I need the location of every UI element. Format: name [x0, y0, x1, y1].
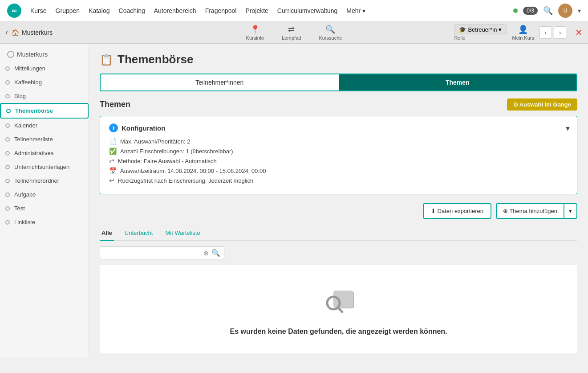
- kurssuche-label: Kurssuche: [319, 35, 342, 41]
- nav-right: 0/3 🔍 U ▾: [513, 4, 581, 18]
- sidebar-course-title: Musterkurs: [0, 47, 89, 61]
- my-course-section: 👤 Mein Kurs: [512, 25, 534, 41]
- app-logo[interactable]: ∞: [7, 4, 21, 18]
- config-item-text: Auswahlzeitraum: 14.08.2024, 00:00 - 15.…: [120, 168, 266, 174]
- sidebar-dot: [5, 66, 10, 71]
- sidebar-item-label: Linkliste: [14, 219, 35, 225]
- role-dropdown-icon: ▾: [499, 26, 502, 33]
- global-search-button[interactable]: 🔍: [543, 6, 553, 16]
- add-theme-button[interactable]: ⊕ Thema hinzufügen: [496, 203, 564, 219]
- sidebar-item-label: Teilnehmerliste: [14, 136, 53, 143]
- tab-themen[interactable]: Themen: [339, 74, 577, 90]
- konfiguration-card: i Konfiguration ▾ 📄 Max. Auswahl/Priorit…: [100, 116, 577, 194]
- sidebar-item-themenboerse[interactable]: Themenbörse: [0, 103, 89, 119]
- sidebar-circle: [7, 51, 14, 58]
- action-row: ⬇ Daten exportieren ⊕ Thema hinzufügen ▾: [100, 203, 577, 219]
- kurssuche-button[interactable]: 🔍 Kurssuche: [319, 25, 342, 41]
- nav-links: Kurse Gruppen Katalog Coaching Autorenbe…: [30, 7, 504, 14]
- sidebar-dot: [5, 206, 10, 211]
- collapse-button[interactable]: ▾: [566, 123, 570, 133]
- export-button[interactable]: ⬇ Daten exportieren: [423, 203, 491, 219]
- themen-section-header: Themen ⊙ Auswahl im Gange: [100, 98, 577, 111]
- sidebar-course-name[interactable]: Musterkurs: [17, 51, 48, 58]
- role-section: 🎓 Betreuer*in ▾ Rolle: [454, 24, 507, 41]
- nav-gruppen[interactable]: Gruppen: [56, 7, 80, 14]
- next-arrow-button[interactable]: ›: [554, 26, 566, 39]
- sidebar-item-label: Blog: [14, 93, 26, 99]
- role-button[interactable]: 🎓 Betreuer*in ▾: [454, 24, 507, 35]
- sidebar-item-test[interactable]: Test: [0, 201, 89, 215]
- lernpfad-button[interactable]: ⇌ Lernpfad: [282, 25, 301, 41]
- sidebar-dot: [5, 151, 10, 156]
- task-counter[interactable]: 0/3: [523, 7, 538, 15]
- themen-section-title: Themen: [100, 100, 130, 109]
- sidebar-item-aufgabe[interactable]: Aufgabe: [0, 188, 89, 201]
- sidebar-item-label: Kalender: [14, 122, 37, 129]
- sidebar-item-label: Test: [14, 205, 25, 212]
- konfiguration-header: i Konfiguration: [109, 123, 568, 132]
- kursinfo-button[interactable]: 📍 Kursinfo: [246, 25, 264, 41]
- sidebar-item-linkliste[interactable]: Linkliste: [0, 215, 89, 229]
- sub-tab-alle[interactable]: Alle: [100, 226, 114, 241]
- empty-state-svg: [321, 283, 357, 314]
- search-clear-button[interactable]: ⊗: [203, 250, 209, 257]
- sidebar-item-teilnehmerordner[interactable]: Teilnehmerordner: [0, 174, 89, 188]
- nav-coaching[interactable]: Coaching: [119, 7, 145, 14]
- sub-tab-unterbucht[interactable]: Unterbucht: [123, 226, 155, 241]
- nav-kurse[interactable]: Kurse: [30, 7, 47, 14]
- sidebar-item-label: Mitteilungen: [14, 65, 45, 72]
- user-dropdown-arrow[interactable]: ▾: [578, 7, 581, 14]
- role-name: Betreuer*in: [468, 26, 497, 33]
- main-layout: Musterkurs Mitteilungen Kaffeeblog Blog …: [0, 44, 588, 357]
- role-icon: 🎓: [459, 26, 466, 33]
- kursinfo-label: Kursinfo: [246, 35, 264, 41]
- config-item-einschreibungen: ✅ Anzahl Einschreibungen: 1 (überschreib…: [109, 148, 568, 155]
- sidebar-dot: [5, 193, 10, 197]
- search-input[interactable]: [104, 250, 201, 256]
- sidebar-item-kalender[interactable]: Kalender: [0, 119, 89, 132]
- sidebar-item-teilnehmerliste[interactable]: Teilnehmerliste: [0, 132, 89, 146]
- sidebar-dot: [5, 94, 10, 98]
- svg-rect-1: [333, 291, 353, 307]
- config-item-text: Anzahl Einschreibungen: 1 (überschreibba…: [120, 148, 233, 155]
- sub-tab-mit-warteliste[interactable]: Mit Warteliste: [163, 226, 202, 241]
- my-course-label: Mein Kurs: [512, 35, 534, 41]
- status-indicator: [513, 8, 518, 13]
- sidebar-item-mitteilungen[interactable]: Mitteilungen: [0, 61, 89, 75]
- main-content: 📋 Themenbörse Teilnehmer*innen Themen Th…: [89, 44, 588, 357]
- course-name[interactable]: Musterkurs: [22, 29, 53, 36]
- config-item-methode: ⇄ Methode: Faire Auswahl - Automatisch: [109, 157, 568, 164]
- sidebar-dot: [6, 109, 11, 113]
- lernpfad-label: Lernpfad: [282, 35, 301, 41]
- tab-teilnehmerinnen[interactable]: Teilnehmer*innen: [101, 74, 339, 90]
- home-icon: 🏠: [12, 29, 19, 36]
- main-tabs: Teilnehmer*innen Themen: [100, 74, 577, 91]
- config-item-zeitraum: 📅 Auswahlzeitraum: 14.08.2024, 00:00 - 1…: [109, 167, 568, 174]
- course-breadcrumb: 🏠 Musterkurs: [12, 29, 53, 36]
- nav-projekte[interactable]: Projekte: [245, 7, 268, 14]
- my-course-icon: 👤: [518, 25, 528, 34]
- swap-icon: ⇄: [109, 157, 114, 164]
- empty-state-text: Es wurden keine Daten gefunden, die ange…: [230, 328, 447, 336]
- close-button[interactable]: ✕: [575, 27, 583, 38]
- my-course-button[interactable]: 👤 Mein Kurs: [512, 25, 534, 41]
- empty-state: Es wurden keine Daten gefunden, die ange…: [100, 265, 577, 353]
- sidebar-item-blog[interactable]: Blog: [0, 89, 89, 103]
- nav-autorenbereich[interactable]: Autorenbereich: [154, 7, 196, 14]
- user-avatar[interactable]: U: [558, 4, 572, 18]
- back-button[interactable]: ‹: [5, 28, 8, 37]
- nav-katalog[interactable]: Katalog: [89, 7, 109, 14]
- sidebar-item-unterrichtsunterlagen[interactable]: Unterrichtsunterlagen: [0, 160, 89, 174]
- sidebar-item-administratives[interactable]: Administratives: [0, 146, 89, 160]
- nav-fragenpool[interactable]: Fragenpool: [205, 7, 237, 14]
- nav-mehr[interactable]: Mehr ▾: [346, 7, 365, 14]
- nav-curriculumverwaltung[interactable]: Curriculumverwaltung: [277, 7, 337, 14]
- config-item-text: Methode: Faire Auswahl - Automatisch: [118, 158, 217, 164]
- prev-arrow-button[interactable]: ‹: [539, 26, 552, 39]
- add-theme-dropdown-button[interactable]: ▾: [564, 203, 577, 219]
- auswahl-im-gange-button[interactable]: ⊙ Auswahl im Gange: [507, 98, 577, 111]
- search-go-button[interactable]: 🔍: [211, 249, 220, 257]
- sidebar-dot: [5, 179, 10, 183]
- sidebar-item-kaffeeblog[interactable]: Kaffeeblog: [0, 75, 89, 89]
- config-item-max-auswahl: 📄 Max. Auswahl/Prioritäten: 2: [109, 138, 568, 145]
